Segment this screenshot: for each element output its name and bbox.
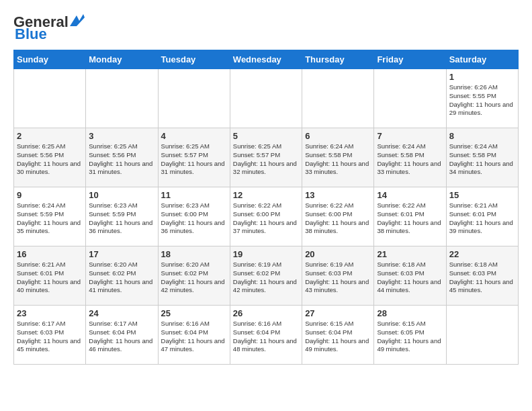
day-number: 9 [17,190,83,200]
day-info: Sunrise: 6:24 AM Sunset: 5:58 PM Dayligh… [377,142,443,177]
calendar-cell: 28Sunrise: 6:15 AM Sunset: 6:05 PM Dayli… [374,306,446,365]
day-info: Sunrise: 6:22 AM Sunset: 6:00 PM Dayligh… [305,201,371,236]
calendar-cell: 21Sunrise: 6:18 AM Sunset: 6:03 PM Dayli… [374,246,446,306]
calendar-cell: 10Sunrise: 6:23 AM Sunset: 5:59 PM Dayli… [86,187,158,246]
calendar-cell: 26Sunrise: 6:16 AM Sunset: 6:04 PM Dayli… [230,306,302,365]
day-number: 10 [89,190,154,200]
day-number: 1 [449,72,515,82]
calendar-cell: 9Sunrise: 6:24 AM Sunset: 5:59 PM Daylig… [14,187,86,246]
calendar-cell: 22Sunrise: 6:18 AM Sunset: 6:03 PM Dayli… [446,246,518,306]
day-info: Sunrise: 6:17 AM Sunset: 6:04 PM Dayligh… [89,320,154,354]
day-number: 21 [377,249,443,259]
day-info: Sunrise: 6:22 AM Sunset: 6:01 PM Dayligh… [377,201,443,236]
day-info: Sunrise: 6:24 AM Sunset: 5:58 PM Dayligh… [305,142,371,177]
day-info: Sunrise: 6:18 AM Sunset: 6:03 PM Dayligh… [449,261,515,295]
calendar-cell: 1Sunrise: 6:26 AM Sunset: 5:55 PM Daylig… [446,69,518,128]
calendar-cell [86,69,158,128]
calendar-cell: 13Sunrise: 6:22 AM Sunset: 6:00 PM Dayli… [302,187,374,246]
day-info: Sunrise: 6:17 AM Sunset: 6:03 PM Dayligh… [17,320,83,354]
day-info: Sunrise: 6:26 AM Sunset: 5:55 PM Dayligh… [449,83,515,118]
day-info: Sunrise: 6:20 AM Sunset: 6:02 PM Dayligh… [161,261,227,295]
calendar-cell: 7Sunrise: 6:24 AM Sunset: 5:58 PM Daylig… [374,128,446,187]
logo-bird-icon [70,14,85,28]
day-number: 6 [305,131,371,141]
day-info: Sunrise: 6:16 AM Sunset: 6:04 PM Dayligh… [161,320,227,354]
day-number: 26 [233,308,299,318]
day-info: Sunrise: 6:19 AM Sunset: 6:02 PM Dayligh… [233,261,299,295]
calendar-cell [374,69,446,128]
day-info: Sunrise: 6:24 AM Sunset: 5:59 PM Dayligh… [17,201,83,236]
col-header-thursday: Thursday [302,50,374,69]
day-number: 18 [161,249,227,259]
day-info: Sunrise: 6:15 AM Sunset: 6:05 PM Dayligh… [377,320,443,354]
calendar-cell: 27Sunrise: 6:15 AM Sunset: 6:04 PM Dayli… [302,306,374,365]
calendar-cell: 6Sunrise: 6:24 AM Sunset: 5:58 PM Daylig… [302,128,374,187]
day-info: Sunrise: 6:15 AM Sunset: 6:04 PM Dayligh… [305,320,371,354]
calendar-cell: 12Sunrise: 6:22 AM Sunset: 6:00 PM Dayli… [230,187,302,246]
day-number: 28 [377,308,443,318]
day-info: Sunrise: 6:21 AM Sunset: 6:01 PM Dayligh… [17,261,83,295]
day-number: 22 [449,249,515,259]
day-info: Sunrise: 6:22 AM Sunset: 6:00 PM Dayligh… [233,201,299,236]
day-number: 14 [377,190,443,200]
day-number: 5 [233,131,299,141]
day-number: 15 [449,190,515,200]
logo-blue: Blue [15,26,47,43]
page-header: General Blue [13,13,519,43]
day-info: Sunrise: 6:25 AM Sunset: 5:57 PM Dayligh… [233,142,299,177]
calendar-cell: 11Sunrise: 6:23 AM Sunset: 6:00 PM Dayli… [158,187,230,246]
calendar-cell: 5Sunrise: 6:25 AM Sunset: 5:57 PM Daylig… [230,128,302,187]
col-header-wednesday: Wednesday [230,50,302,69]
col-header-monday: Monday [86,50,158,69]
day-info: Sunrise: 6:19 AM Sunset: 6:03 PM Dayligh… [305,261,371,295]
day-info: Sunrise: 6:23 AM Sunset: 6:00 PM Dayligh… [161,201,227,236]
day-number: 13 [305,190,371,200]
day-info: Sunrise: 6:20 AM Sunset: 6:02 PM Dayligh… [89,261,154,295]
calendar-cell: 19Sunrise: 6:19 AM Sunset: 6:02 PM Dayli… [230,246,302,306]
day-number: 25 [161,308,227,318]
calendar-cell [158,69,230,128]
day-number: 27 [305,308,371,318]
calendar-cell: 25Sunrise: 6:16 AM Sunset: 6:04 PM Dayli… [158,306,230,365]
calendar-cell: 18Sunrise: 6:20 AM Sunset: 6:02 PM Dayli… [158,246,230,306]
col-header-sunday: Sunday [14,50,86,69]
day-number: 7 [377,131,443,141]
calendar-cell: 20Sunrise: 6:19 AM Sunset: 6:03 PM Dayli… [302,246,374,306]
logo: General Blue [13,13,85,43]
day-number: 17 [89,249,154,259]
calendar-cell: 4Sunrise: 6:25 AM Sunset: 5:57 PM Daylig… [158,128,230,187]
day-number: 2 [17,131,83,141]
day-number: 12 [233,190,299,200]
day-number: 3 [89,131,154,141]
day-number: 11 [161,190,227,200]
day-number: 16 [17,249,83,259]
day-info: Sunrise: 6:25 AM Sunset: 5:57 PM Dayligh… [161,142,227,177]
day-info: Sunrise: 6:21 AM Sunset: 6:01 PM Dayligh… [449,201,515,236]
calendar-cell: 3Sunrise: 6:25 AM Sunset: 5:56 PM Daylig… [86,128,158,187]
calendar-cell: 23Sunrise: 6:17 AM Sunset: 6:03 PM Dayli… [14,306,86,365]
day-number: 8 [449,131,515,141]
day-info: Sunrise: 6:24 AM Sunset: 5:58 PM Dayligh… [449,142,515,177]
day-number: 4 [161,131,227,141]
col-header-friday: Friday [374,50,446,69]
day-info: Sunrise: 6:25 AM Sunset: 5:56 PM Dayligh… [17,142,83,177]
calendar-cell: 15Sunrise: 6:21 AM Sunset: 6:01 PM Dayli… [446,187,518,246]
day-number: 23 [17,308,83,318]
day-number: 19 [233,249,299,259]
calendar-table: SundayMondayTuesdayWednesdayThursdayFrid… [13,50,519,365]
calendar-cell: 14Sunrise: 6:22 AM Sunset: 6:01 PM Dayli… [374,187,446,246]
calendar-cell [14,69,86,128]
calendar-cell: 8Sunrise: 6:24 AM Sunset: 5:58 PM Daylig… [446,128,518,187]
calendar-cell: 24Sunrise: 6:17 AM Sunset: 6:04 PM Dayli… [86,306,158,365]
day-number: 24 [89,308,154,318]
day-number: 20 [305,249,371,259]
calendar-cell [230,69,302,128]
calendar-cell [302,69,374,128]
day-info: Sunrise: 6:18 AM Sunset: 6:03 PM Dayligh… [377,261,443,295]
day-info: Sunrise: 6:23 AM Sunset: 5:59 PM Dayligh… [89,201,154,236]
day-info: Sunrise: 6:25 AM Sunset: 5:56 PM Dayligh… [89,142,154,177]
calendar-cell: 17Sunrise: 6:20 AM Sunset: 6:02 PM Dayli… [86,246,158,306]
calendar-cell: 2Sunrise: 6:25 AM Sunset: 5:56 PM Daylig… [14,128,86,187]
calendar-cell: 16Sunrise: 6:21 AM Sunset: 6:01 PM Dayli… [14,246,86,306]
svg-marker-0 [70,14,85,26]
